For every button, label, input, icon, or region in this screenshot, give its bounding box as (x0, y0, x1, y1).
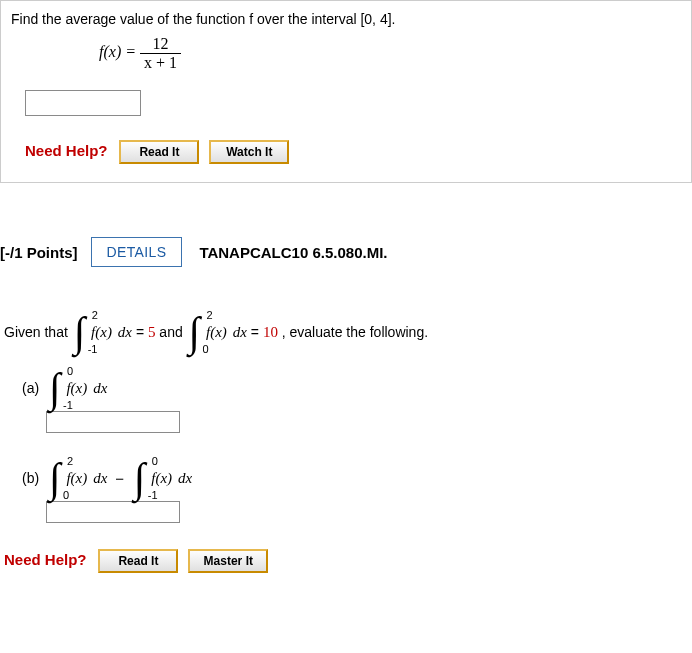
details-button[interactable]: DETAILS (91, 237, 181, 267)
b-int2-body: f(x) (151, 470, 172, 486)
b-int1-body: f(x) (66, 470, 87, 486)
integral-symbol: ∫ (134, 459, 146, 497)
a-int-body: f(x) (66, 380, 87, 396)
master-it-button[interactable]: Master It (188, 549, 268, 573)
b-int2-dx: dx (178, 470, 192, 486)
question-2-box: Given that ∫ 2 -1 f(x) dx = 5 and ∫ 2 0 … (4, 313, 692, 573)
points-label: [-/1 Points] (0, 244, 78, 261)
fraction-numerator: 12 (140, 35, 181, 53)
b-int1-dx: dx (93, 470, 107, 486)
fraction-denominator: x + 1 (140, 53, 181, 72)
part-b-integral-2: ∫ 0 -1 (134, 459, 146, 497)
a-int-dx: dx (93, 380, 107, 396)
need-help-label: Need Help? (25, 142, 108, 159)
integral-2: ∫ 2 0 (189, 313, 201, 351)
read-it-button[interactable]: Read It (119, 140, 199, 164)
int2-dx: dx (233, 324, 247, 340)
integral-symbol: ∫ (74, 313, 86, 351)
part-a: (a) ∫ 0 -1 f(x) dx (22, 369, 692, 407)
int1-eq: = (136, 324, 148, 340)
int1-body: f(x) (91, 324, 112, 340)
need-help-label-2: Need Help? (4, 551, 87, 568)
int2-body: f(x) (206, 324, 227, 340)
int2-val: 10 (263, 324, 278, 340)
b-int2-upper: 0 (152, 455, 158, 467)
int1-val: 5 (148, 324, 156, 340)
question-2-header: [-/1 Points] DETAILS TANAPCALC10 6.5.080… (0, 231, 692, 273)
question-1-prompt: Find the average value of the function f… (11, 11, 681, 27)
minus-sign: − (115, 470, 124, 487)
b-int2-lower: -1 (148, 489, 158, 501)
int2-eq: = (251, 324, 263, 340)
part-a-integral: ∫ 0 -1 (49, 369, 61, 407)
part-b-integral-1: ∫ 2 0 (49, 459, 61, 497)
integral-symbol: ∫ (189, 313, 201, 351)
b-int1-lower: 0 (63, 489, 69, 501)
part-b: (b) ∫ 2 0 f(x) dx − ∫ 0 -1 f(x) dx (22, 459, 692, 497)
integral-symbol: ∫ (49, 369, 61, 407)
q1-answer-input[interactable] (25, 90, 141, 116)
a-int-upper: 0 (67, 365, 73, 377)
part-b-answer-input[interactable] (46, 501, 180, 523)
part-a-label: (a) (22, 380, 39, 396)
int1-upper: 2 (92, 309, 98, 321)
a-int-lower: -1 (63, 399, 73, 411)
given-line: Given that ∫ 2 -1 f(x) dx = 5 and ∫ 2 0 … (4, 313, 692, 351)
part-a-answer-input[interactable] (46, 411, 180, 433)
and-text: and (159, 324, 186, 340)
integral-1: ∫ 2 -1 (74, 313, 86, 351)
reference-code: TANAPCALC10 6.5.080.MI. (199, 244, 387, 261)
part-b-label: (b) (22, 470, 39, 486)
given-pre: Given that (4, 324, 72, 340)
int2-lower: 0 (203, 343, 209, 355)
int1-lower: -1 (88, 343, 98, 355)
int2-upper: 2 (207, 309, 213, 321)
int1-dx: dx (118, 324, 132, 340)
b-int1-upper: 2 (67, 455, 73, 467)
need-help-row-2: Need Help? Read It Master It (4, 549, 692, 573)
watch-it-button[interactable]: Watch It (209, 140, 289, 164)
fraction: 12 x + 1 (140, 35, 181, 72)
need-help-row: Need Help? Read It Watch It (25, 140, 681, 164)
read-it-button-2[interactable]: Read It (98, 549, 178, 573)
question-1-box: Find the average value of the function f… (0, 0, 692, 183)
func-lhs: f(x) = (99, 43, 136, 60)
question-1-function: f(x) = 12 x + 1 (99, 35, 681, 72)
integral-symbol: ∫ (49, 459, 61, 497)
given-post: , evaluate the following. (282, 324, 428, 340)
